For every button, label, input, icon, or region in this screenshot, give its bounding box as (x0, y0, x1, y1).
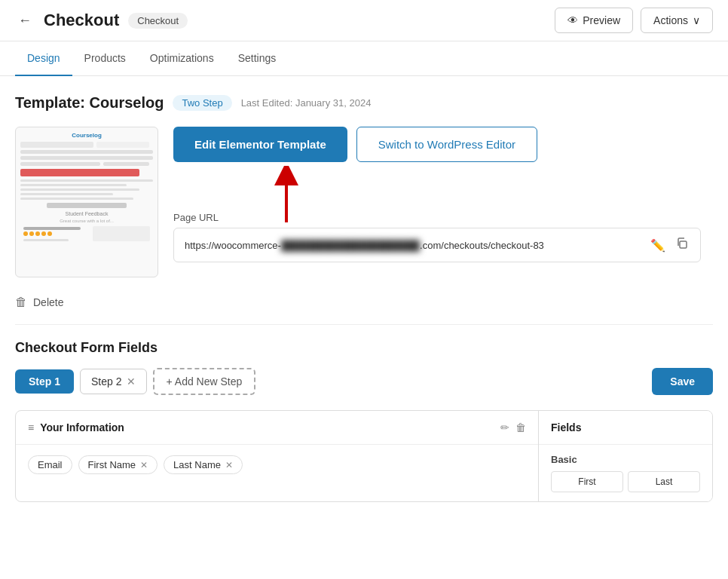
template-badge: Two Step (173, 95, 231, 111)
eye-icon: 👁 (567, 14, 578, 26)
form-fields-right: Fields Basic First Last (539, 411, 712, 501)
delete-row[interactable]: 🗑 Delete (15, 296, 713, 309)
field-tag-last-name-label: Last Name (173, 459, 221, 470)
template-title: Template: Courselog (15, 94, 164, 112)
edit-elementor-button[interactable]: Edit Elementor Template (173, 127, 347, 162)
field-tag-email: Email (28, 455, 72, 474)
save-button[interactable]: Save (652, 368, 713, 395)
right-panel-grid: First Last (551, 471, 700, 492)
field-tags-row: Email First Name ✕ Last Name ✕ (16, 445, 538, 485)
right-panel-item-last[interactable]: Last (628, 471, 700, 492)
actions-label: Actions (653, 14, 688, 26)
field-tag-first-name-remove[interactable]: ✕ (140, 461, 148, 470)
url-prefix: https://woocommerce- (185, 240, 281, 251)
preview-button[interactable]: 👁 Preview (555, 8, 633, 33)
step-2-remove-button[interactable]: ✕ (127, 376, 136, 387)
step-1-button[interactable]: Step 1 (15, 369, 74, 394)
right-panel-section-title: Basic (551, 454, 700, 465)
right-panel-item-first[interactable]: First (551, 471, 623, 492)
template-preview: Courselog Student Feedback Great course … (15, 127, 158, 277)
template-buttons: Edit Elementor Template Switch to WordPr… (173, 127, 701, 162)
switch-wordpress-button[interactable]: Switch to WordPress Editor (356, 127, 537, 162)
url-section: Page URL https://woocommerce-███████████… (173, 212, 701, 262)
tabs-bar: Design Products Optimizations Settings (0, 41, 728, 76)
template-body: Courselog Student Feedback Great course … (15, 127, 713, 277)
svg-rect-2 (680, 241, 687, 248)
actions-button[interactable]: Actions ∨ (641, 8, 713, 33)
url-field: https://woocommerce-████████████████████… (173, 228, 701, 262)
tab-design[interactable]: Design (15, 41, 72, 76)
tab-products[interactable]: Products (72, 41, 138, 76)
page-title: Checkout (44, 11, 119, 30)
right-panel-section: Basic First Last (539, 445, 712, 501)
right-panel-title: Fields (539, 411, 712, 445)
edit-group-button[interactable]: ✏ (500, 421, 509, 433)
drag-handle-icon: ≡ (28, 421, 34, 433)
template-actions: Edit Elementor Template Switch to WordPr… (173, 127, 701, 262)
edit-url-button[interactable]: ✏️ (649, 237, 667, 254)
main-content: Template: Courselog Two Step Last Edited… (0, 76, 728, 520)
tab-optimizations[interactable]: Optimizations (138, 41, 226, 76)
step-2-label: Step 2 (91, 375, 121, 388)
field-tag-first-name: First Name ✕ (78, 455, 158, 474)
tab-settings[interactable]: Settings (226, 41, 289, 76)
add-new-step-button[interactable]: + Add New Step (153, 368, 256, 395)
step-2-button[interactable]: Step 2 ✕ (80, 369, 146, 394)
url-icons: ✏️ (649, 236, 690, 254)
field-tag-last-name-remove[interactable]: ✕ (225, 461, 233, 470)
trash-icon: 🗑 (15, 296, 27, 309)
chevron-down-icon: ∨ (693, 14, 700, 26)
back-button[interactable]: ← (15, 10, 35, 32)
url-blurred: ████████████████████ (281, 240, 420, 251)
section-title: Checkout Form Fields (15, 340, 713, 356)
breadcrumb-badge: Checkout (128, 13, 188, 29)
delete-label: Delete (33, 296, 63, 308)
field-group-name: Your Information (40, 421, 494, 433)
field-group-header: ≡ Your Information ✏ 🗑 (16, 411, 538, 445)
form-fields-left: ≡ Your Information ✏ 🗑 Email First Name … (16, 411, 539, 501)
url-text: https://woocommerce-████████████████████… (185, 240, 643, 251)
delete-group-button[interactable]: 🗑 (515, 421, 526, 433)
add-step-label: + Add New Step (167, 375, 243, 388)
top-bar-right: 👁 Preview Actions ∨ (555, 8, 713, 33)
top-bar: ← Checkout Checkout 👁 Preview Actions ∨ (0, 0, 728, 41)
field-tag-email-label: Email (38, 459, 63, 470)
field-tag-last-name: Last Name ✕ (164, 455, 243, 474)
form-fields-container: ≡ Your Information ✏ 🗑 Email First Name … (15, 410, 713, 502)
url-suffix: .com/checkouts/checkout-83 (420, 240, 544, 251)
section-divider (15, 324, 713, 325)
steps-bar: Step 1 Step 2 ✕ + Add New Step Save (15, 368, 713, 395)
url-label: Page URL (173, 212, 701, 223)
field-tag-first-name-label: First Name (88, 459, 136, 470)
template-header: Template: Courselog Two Step Last Edited… (15, 94, 713, 112)
last-edited: Last Edited: January 31, 2024 (241, 97, 372, 109)
copy-url-button[interactable] (674, 236, 690, 254)
preview-label: Preview (583, 14, 620, 26)
